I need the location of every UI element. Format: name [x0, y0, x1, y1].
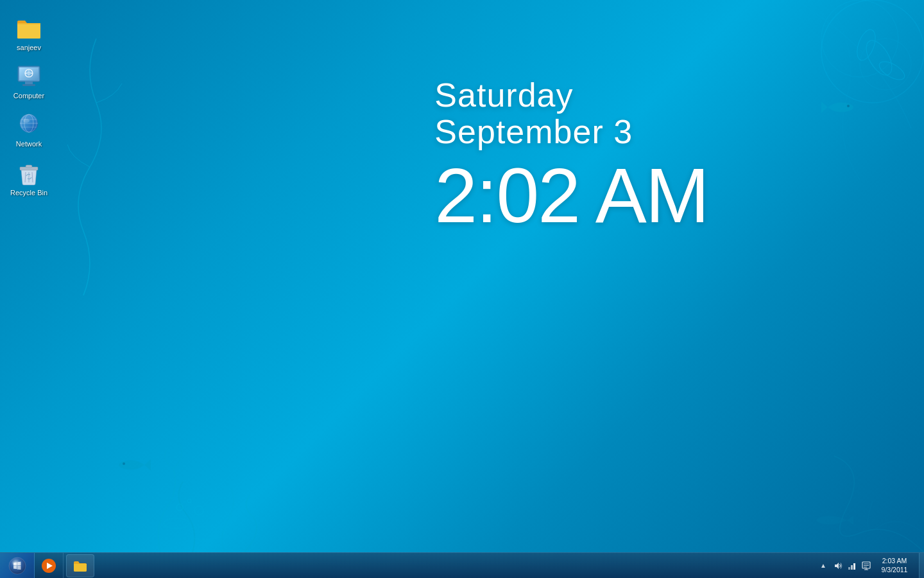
folder-icon — [16, 15, 42, 41]
icon-recycle-bin[interactable]: Recycle Bin — [3, 158, 55, 200]
show-desktop-button[interactable] — [919, 553, 924, 579]
media-player-button[interactable] — [37, 554, 60, 577]
svg-rect-39 — [853, 563, 855, 570]
icon-computer[interactable]: Computer — [3, 61, 55, 103]
icon-recycle-bin-label: Recycle Bin — [10, 189, 47, 197]
svg-point-6 — [847, 105, 850, 107]
tray-clock[interactable]: 2:03 AM 9/3/2011 — [875, 557, 914, 574]
svg-point-11 — [187, 499, 191, 503]
action-center-icon[interactable] — [861, 561, 871, 571]
quick-launch — [35, 553, 64, 579]
start-button[interactable] — [0, 553, 35, 579]
svg-rect-38 — [851, 565, 853, 570]
computer-icon — [16, 64, 42, 89]
svg-point-2 — [860, 39, 911, 90]
volume-icon[interactable] — [833, 561, 843, 571]
svg-point-8 — [164, 518, 189, 529]
system-tray: ▲ — [812, 553, 919, 579]
svg-point-9 — [186, 527, 225, 539]
svg-rect-16 — [25, 82, 33, 84]
svg-point-5 — [877, 58, 907, 83]
svg-point-10 — [176, 504, 183, 511]
tray-time: 2:03 AM — [882, 557, 907, 566]
svg-point-34 — [12, 561, 20, 566]
explorer-taskbar-item[interactable] — [66, 554, 94, 577]
icon-sanjeev-label: sanjeev — [17, 44, 41, 52]
svg-point-3 — [861, 37, 897, 80]
svg-point-4 — [853, 27, 879, 62]
svg-point-27 — [23, 119, 30, 123]
svg-point-0 — [821, 0, 924, 103]
icon-network-label: Network — [16, 140, 42, 148]
svg-rect-17 — [22, 84, 35, 86]
svg-point-7 — [123, 462, 125, 465]
recycle-bin-icon — [16, 161, 42, 186]
taskbar-items — [64, 553, 812, 579]
clock-display: Saturday September 3 2:02 AM — [434, 77, 708, 234]
tray-date: 9/3/2011 — [882, 566, 908, 575]
network-icon — [16, 112, 42, 137]
svg-point-1 — [821, 0, 898, 77]
desktop-icons-container: sanjeev — [0, 6, 58, 206]
show-hidden-icons-button[interactable]: ▲ — [817, 561, 829, 570]
clock-time: 2:02 AM — [434, 157, 708, 234]
clock-date: September 3 — [434, 114, 708, 150]
svg-rect-37 — [848, 567, 850, 570]
icon-computer-label: Computer — [13, 92, 44, 100]
taskbar: ▲ — [0, 552, 924, 578]
icon-sanjeev[interactable]: sanjeev — [3, 13, 55, 55]
icon-network[interactable]: Network — [3, 109, 55, 151]
svg-point-12 — [194, 506, 203, 515]
clock-day: Saturday — [434, 77, 708, 114]
network-tray-icon[interactable] — [847, 561, 857, 571]
desktop: sanjeev — [0, 0, 924, 578]
svg-rect-29 — [26, 165, 32, 168]
